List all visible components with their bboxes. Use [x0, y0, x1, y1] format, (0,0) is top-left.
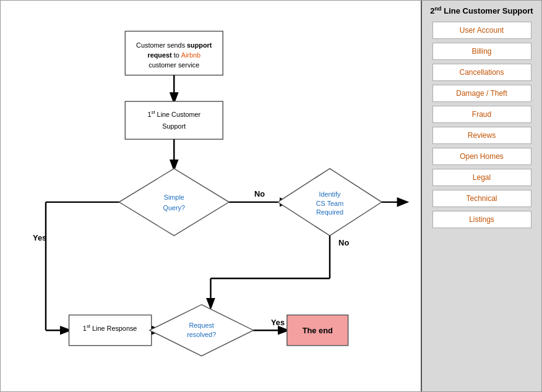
big-arrow-right [397, 197, 410, 207]
no-label-2: No [338, 238, 349, 247]
right-panel-title: 2nd Line Customer Support [430, 6, 533, 15]
panel-btn-fraud[interactable]: Fraud [432, 106, 531, 123]
main-container: Customer sends support request to Airbnb… [0, 0, 542, 392]
first-line-text2: Support [162, 122, 186, 130]
panel-btn-billing[interactable]: Billing [432, 43, 531, 60]
customer-request-text1: Customer sends support [136, 41, 212, 49]
panel-btn-user-account[interactable]: User Account [432, 22, 531, 39]
identify-cs-text1: Identify [319, 190, 341, 198]
panel-btn-listings[interactable]: Listings [432, 211, 531, 228]
simple-query-text2: Query? [163, 204, 185, 211]
flowchart-svg: Customer sends support request to Airbnb… [7, 7, 415, 385]
panel-btn-cancellations[interactable]: Cancellations [432, 64, 531, 81]
the-end-text: The end [303, 326, 333, 335]
panel-btn-reviews[interactable]: Reviews [432, 127, 531, 144]
panel-btn-damage-theft[interactable]: Damage / Theft [432, 85, 531, 102]
yes-label: Yes [33, 233, 46, 242]
yes-label-2: Yes [271, 318, 285, 327]
request-resolved-text1: Request [189, 322, 213, 329]
request-resolved-text2: resolved? [187, 331, 216, 338]
identify-cs-text3: Required [316, 208, 343, 216]
no-label-1: No [254, 189, 265, 198]
right-panel: 2nd Line Customer Support User Account B… [421, 1, 541, 391]
first-line-response-text1: 1st Line Response [83, 323, 137, 332]
panel-btn-open-homes[interactable]: Open Homes [432, 148, 531, 165]
customer-request-text2: request to Airbnb [147, 51, 200, 59]
panel-btn-legal[interactable]: Legal [432, 169, 531, 186]
identify-cs-text2: CS Team [316, 200, 343, 207]
superscript-nd: nd [435, 6, 442, 12]
simple-query-diamond [119, 169, 229, 236]
first-line-text1: 1st Line Customer [147, 109, 200, 118]
first-line-box [125, 101, 223, 139]
panel-btn-technical[interactable]: Technical [432, 190, 531, 207]
flowchart-area: Customer sends support request to Airbnb… [1, 1, 421, 391]
simple-query-text1: Simple [164, 194, 184, 201]
customer-request-text3: customer service [148, 61, 199, 69]
